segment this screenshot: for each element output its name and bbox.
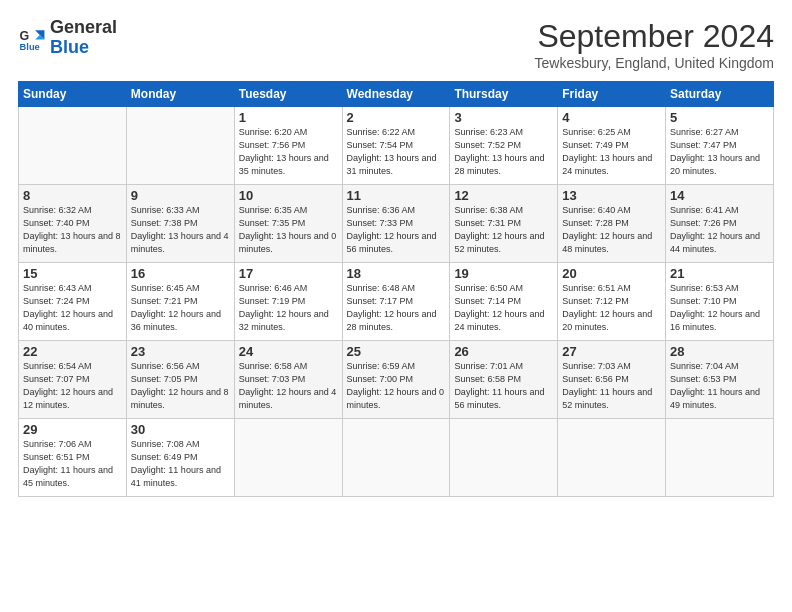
- location: Tewkesbury, England, United Kingdom: [535, 55, 774, 71]
- sunset-label: Sunset: 7:12 PM: [562, 296, 629, 306]
- sunrise-label: Sunrise: 6:46 AM: [239, 283, 308, 293]
- daylight-label: Daylight: 11 hours and 56 minutes.: [454, 387, 544, 410]
- sunset-label: Sunset: 7:49 PM: [562, 140, 629, 150]
- svg-text:Blue: Blue: [20, 42, 40, 52]
- sunrise-label: Sunrise: 6:32 AM: [23, 205, 92, 215]
- sunset-label: Sunset: 6:49 PM: [131, 452, 198, 462]
- daylight-label: Daylight: 13 hours and 20 minutes.: [670, 153, 760, 176]
- table-row: 24 Sunrise: 6:58 AM Sunset: 7:03 PM Dayl…: [234, 341, 342, 419]
- day-number: 9: [131, 188, 230, 203]
- sunrise-label: Sunrise: 7:08 AM: [131, 439, 200, 449]
- table-row: 4 Sunrise: 6:25 AM Sunset: 7:49 PM Dayli…: [558, 107, 666, 185]
- sunrise-label: Sunrise: 7:03 AM: [562, 361, 631, 371]
- sunrise-label: Sunrise: 6:43 AM: [23, 283, 92, 293]
- calendar-week-row: 29 Sunrise: 7:06 AM Sunset: 6:51 PM Dayl…: [19, 419, 774, 497]
- calendar-week-row: 1 Sunrise: 6:20 AM Sunset: 7:56 PM Dayli…: [19, 107, 774, 185]
- daylight-label: Daylight: 11 hours and 49 minutes.: [670, 387, 760, 410]
- th-friday: Friday: [558, 82, 666, 107]
- day-number: 18: [347, 266, 446, 281]
- day-number: 10: [239, 188, 338, 203]
- day-number: 21: [670, 266, 769, 281]
- daylight-label: Daylight: 12 hours and 0 minutes.: [347, 387, 445, 410]
- sunrise-label: Sunrise: 6:45 AM: [131, 283, 200, 293]
- table-row: 8 Sunrise: 6:32 AM Sunset: 7:40 PM Dayli…: [19, 185, 127, 263]
- title-area: September 2024 Tewkesbury, England, Unit…: [535, 18, 774, 71]
- day-number: 17: [239, 266, 338, 281]
- sunrise-label: Sunrise: 6:40 AM: [562, 205, 631, 215]
- daylight-label: Daylight: 11 hours and 45 minutes.: [23, 465, 113, 488]
- th-monday: Monday: [126, 82, 234, 107]
- day-number: 13: [562, 188, 661, 203]
- table-row: 27 Sunrise: 7:03 AM Sunset: 6:56 PM Dayl…: [558, 341, 666, 419]
- sunset-label: Sunset: 7:14 PM: [454, 296, 521, 306]
- sunrise-label: Sunrise: 6:20 AM: [239, 127, 308, 137]
- sunrise-label: Sunrise: 6:22 AM: [347, 127, 416, 137]
- table-row: [234, 419, 342, 497]
- daylight-label: Daylight: 12 hours and 8 minutes.: [131, 387, 229, 410]
- sunset-label: Sunset: 7:24 PM: [23, 296, 90, 306]
- daylight-label: Daylight: 12 hours and 16 minutes.: [670, 309, 760, 332]
- sunset-label: Sunset: 7:40 PM: [23, 218, 90, 228]
- sunset-label: Sunset: 7:00 PM: [347, 374, 414, 384]
- sunrise-label: Sunrise: 7:06 AM: [23, 439, 92, 449]
- daylight-label: Daylight: 11 hours and 52 minutes.: [562, 387, 652, 410]
- sunrise-label: Sunrise: 6:38 AM: [454, 205, 523, 215]
- table-row: 1 Sunrise: 6:20 AM Sunset: 7:56 PM Dayli…: [234, 107, 342, 185]
- sunrise-label: Sunrise: 6:58 AM: [239, 361, 308, 371]
- day-number: 27: [562, 344, 661, 359]
- day-number: 30: [131, 422, 230, 437]
- table-row: [19, 107, 127, 185]
- table-row: [558, 419, 666, 497]
- table-row: [342, 419, 450, 497]
- logo-blue-text: Blue: [50, 37, 89, 57]
- calendar-table: Sunday Monday Tuesday Wednesday Thursday…: [18, 81, 774, 497]
- day-number: 26: [454, 344, 553, 359]
- daylight-label: Daylight: 13 hours and 28 minutes.: [454, 153, 544, 176]
- daylight-label: Daylight: 12 hours and 48 minutes.: [562, 231, 652, 254]
- sunrise-label: Sunrise: 6:23 AM: [454, 127, 523, 137]
- sunrise-label: Sunrise: 6:41 AM: [670, 205, 739, 215]
- daylight-label: Daylight: 13 hours and 35 minutes.: [239, 153, 329, 176]
- sunrise-label: Sunrise: 6:48 AM: [347, 283, 416, 293]
- table-row: [450, 419, 558, 497]
- day-number: 3: [454, 110, 553, 125]
- table-row: 11 Sunrise: 6:36 AM Sunset: 7:33 PM Dayl…: [342, 185, 450, 263]
- sunset-label: Sunset: 7:17 PM: [347, 296, 414, 306]
- sunrise-label: Sunrise: 6:56 AM: [131, 361, 200, 371]
- daylight-label: Daylight: 12 hours and 40 minutes.: [23, 309, 113, 332]
- th-thursday: Thursday: [450, 82, 558, 107]
- page: G Blue General Blue September 2024 Tewke…: [0, 0, 792, 507]
- day-number: 28: [670, 344, 769, 359]
- sunset-label: Sunset: 7:38 PM: [131, 218, 198, 228]
- table-row: 22 Sunrise: 6:54 AM Sunset: 7:07 PM Dayl…: [19, 341, 127, 419]
- table-row: 10 Sunrise: 6:35 AM Sunset: 7:35 PM Dayl…: [234, 185, 342, 263]
- logo-icon: G Blue: [18, 24, 46, 52]
- day-number: 8: [23, 188, 122, 203]
- day-number: 16: [131, 266, 230, 281]
- sunrise-label: Sunrise: 7:01 AM: [454, 361, 523, 371]
- daylight-label: Daylight: 12 hours and 52 minutes.: [454, 231, 544, 254]
- table-row: [126, 107, 234, 185]
- daylight-label: Daylight: 12 hours and 32 minutes.: [239, 309, 329, 332]
- sunrise-label: Sunrise: 6:53 AM: [670, 283, 739, 293]
- daylight-label: Daylight: 12 hours and 28 minutes.: [347, 309, 437, 332]
- daylight-label: Daylight: 12 hours and 24 minutes.: [454, 309, 544, 332]
- table-row: 30 Sunrise: 7:08 AM Sunset: 6:49 PM Dayl…: [126, 419, 234, 497]
- sunrise-label: Sunrise: 7:04 AM: [670, 361, 739, 371]
- daylight-label: Daylight: 13 hours and 31 minutes.: [347, 153, 437, 176]
- calendar-week-row: 8 Sunrise: 6:32 AM Sunset: 7:40 PM Dayli…: [19, 185, 774, 263]
- table-row: 2 Sunrise: 6:22 AM Sunset: 7:54 PM Dayli…: [342, 107, 450, 185]
- header: G Blue General Blue September 2024 Tewke…: [18, 18, 774, 71]
- daylight-label: Daylight: 11 hours and 41 minutes.: [131, 465, 221, 488]
- day-number: 4: [562, 110, 661, 125]
- svg-text:G: G: [20, 28, 30, 42]
- sunset-label: Sunset: 7:10 PM: [670, 296, 737, 306]
- daylight-label: Daylight: 12 hours and 44 minutes.: [670, 231, 760, 254]
- sunset-label: Sunset: 6:58 PM: [454, 374, 521, 384]
- table-row: 5 Sunrise: 6:27 AM Sunset: 7:47 PM Dayli…: [666, 107, 774, 185]
- sunrise-label: Sunrise: 6:25 AM: [562, 127, 631, 137]
- daylight-label: Daylight: 13 hours and 8 minutes.: [23, 231, 121, 254]
- table-row: 13 Sunrise: 6:40 AM Sunset: 7:28 PM Dayl…: [558, 185, 666, 263]
- table-row: 12 Sunrise: 6:38 AM Sunset: 7:31 PM Dayl…: [450, 185, 558, 263]
- sunset-label: Sunset: 7:26 PM: [670, 218, 737, 228]
